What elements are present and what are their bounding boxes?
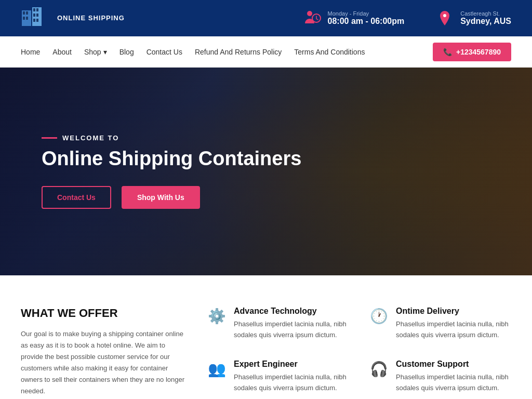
advance-tech-desc: Phasellus imperdiet lacinia nulla, nibh … xyxy=(234,319,349,341)
nav-links: Home About Shop ▾ Blog Contact Us Refund… xyxy=(21,47,365,57)
ontime-delivery-body: Ontime Delivery Phasellus imperdiet laci… xyxy=(396,307,511,341)
phone-button[interactable]: 📞 +1234567890 xyxy=(433,43,511,61)
offer-item-customer-support: 🎧 Customer Support Phasellus imperdiet l… xyxy=(370,360,511,397)
svg-rect-2 xyxy=(26,11,28,15)
location-label: Castlereagh St. xyxy=(460,10,511,17)
hero-welcome-text: WELCOME TO xyxy=(62,134,119,142)
expert-engineer-desc: Phasellus imperdiet lacinia nulla, nibh … xyxy=(234,372,349,394)
nav-link-refund[interactable]: Refund And Returns Policy xyxy=(195,48,282,56)
svg-rect-10 xyxy=(33,19,35,22)
nav-item-refund[interactable]: Refund And Returns Policy xyxy=(195,47,282,57)
svg-rect-1 xyxy=(23,11,25,15)
customer-support-title: Customer Support xyxy=(396,360,511,369)
svg-rect-4 xyxy=(26,17,28,20)
location-info: Castlereagh St. Sydney, AUS xyxy=(435,9,511,28)
location-text: Castlereagh St. Sydney, AUS xyxy=(460,10,511,26)
svg-rect-6 xyxy=(33,8,35,11)
top-bar: ONLINE SHIPPING Monday - Friday 08:00 am… xyxy=(0,0,532,36)
svg-rect-7 xyxy=(36,8,38,11)
nav-item-shop[interactable]: Shop ▾ xyxy=(84,48,107,56)
nav-link-shop[interactable]: Shop ▾ xyxy=(84,48,107,56)
offer-item-expert-engineer: 👥 Expert Engineer Phasellus imperdiet la… xyxy=(208,360,349,397)
logo-icon xyxy=(21,5,52,31)
svg-rect-9 xyxy=(36,14,38,17)
advance-tech-title: Advance Technology xyxy=(234,307,349,316)
nav-link-about[interactable]: About xyxy=(52,48,72,56)
nav-link-home[interactable]: Home xyxy=(21,48,40,56)
schedule-text: Monday - Friday 08:00 am - 06:00pm xyxy=(328,10,405,26)
svg-rect-3 xyxy=(23,17,25,20)
expert-engineer-title: Expert Engineer xyxy=(234,360,349,369)
offers-section: WHAT WE OFFER Our goal is to make buying… xyxy=(0,275,532,399)
offers-grid: ⚙️ Advance Technology Phasellus imperdie… xyxy=(208,307,511,397)
nav-item-contact[interactable]: Contact Us xyxy=(147,47,182,57)
offers-left: WHAT WE OFFER Our goal is to make buying… xyxy=(21,307,187,397)
hero-contact-button[interactable]: Contact Us xyxy=(42,186,111,209)
nav-item-about[interactable]: About xyxy=(52,47,72,57)
hero-title: Online Shipping Containers xyxy=(42,147,490,171)
schedule-info: Monday - Friday 08:00 am - 06:00pm xyxy=(303,9,405,28)
nav-item-blog[interactable]: Blog xyxy=(119,47,134,57)
advance-tech-body: Advance Technology Phasellus imperdiet l… xyxy=(234,307,349,341)
offers-description: Our goal is to make buying a shipping co… xyxy=(21,328,187,397)
nav-link-blog[interactable]: Blog xyxy=(119,48,134,56)
svg-point-12 xyxy=(307,11,312,16)
expert-engineer-body: Expert Engineer Phasellus imperdiet laci… xyxy=(234,360,349,394)
nav-link-contact[interactable]: Contact Us xyxy=(147,48,182,56)
offer-item-ontime-delivery: 🕐 Ontime Delivery Phasellus imperdiet la… xyxy=(370,307,511,344)
schedule-value: 08:00 am - 06:00pm xyxy=(328,17,405,26)
customer-support-icon: 🎧 xyxy=(370,361,389,378)
svg-rect-11 xyxy=(36,19,38,22)
ontime-delivery-icon: 🕐 xyxy=(370,308,389,325)
location-icon xyxy=(435,9,454,28)
clock-person-icon xyxy=(303,9,322,28)
hero-welcome: WELCOME TO xyxy=(42,134,490,142)
nav-item-terms[interactable]: Terms And Conditions xyxy=(294,47,365,57)
nav-link-terms[interactable]: Terms And Conditions xyxy=(294,48,365,56)
phone-number: +1234567890 xyxy=(456,48,501,56)
hero-buttons: Contact Us Shop With Us xyxy=(42,186,490,209)
ontime-delivery-title: Ontime Delivery xyxy=(396,307,511,316)
navbar: Home About Shop ▾ Blog Contact Us Refund… xyxy=(0,36,532,68)
advance-tech-icon: ⚙️ xyxy=(208,308,227,325)
offers-title: WHAT WE OFFER xyxy=(21,307,187,320)
hero-section: WELCOME TO Online Shipping Containers Co… xyxy=(0,68,532,275)
svg-point-14 xyxy=(443,14,446,17)
expert-engineer-icon: 👥 xyxy=(208,361,227,378)
svg-rect-8 xyxy=(33,14,35,17)
phone-icon: 📞 xyxy=(443,48,452,56)
hero-content: WELCOME TO Online Shipping Containers Co… xyxy=(42,134,490,209)
logo-text: ONLINE SHIPPING xyxy=(57,14,125,22)
shop-dropdown-arrow: ▾ xyxy=(103,48,107,56)
nav-item-home[interactable]: Home xyxy=(21,47,40,57)
ontime-delivery-desc: Phasellus imperdiet lacinia nulla, nibh … xyxy=(396,319,511,341)
hero-shop-button[interactable]: Shop With Us xyxy=(122,186,200,209)
schedule-label: Monday - Friday xyxy=(328,10,405,17)
customer-support-body: Customer Support Phasellus imperdiet lac… xyxy=(396,360,511,394)
logo: ONLINE SHIPPING xyxy=(21,5,125,31)
offer-item-advance-tech: ⚙️ Advance Technology Phasellus imperdie… xyxy=(208,307,349,344)
top-bar-info: Monday - Friday 08:00 am - 06:00pm Castl… xyxy=(303,9,511,28)
customer-support-desc: Phasellus imperdiet lacinia nulla, nibh … xyxy=(396,372,511,394)
hero-welcome-line xyxy=(42,137,57,139)
location-value: Sydney, AUS xyxy=(460,17,511,26)
